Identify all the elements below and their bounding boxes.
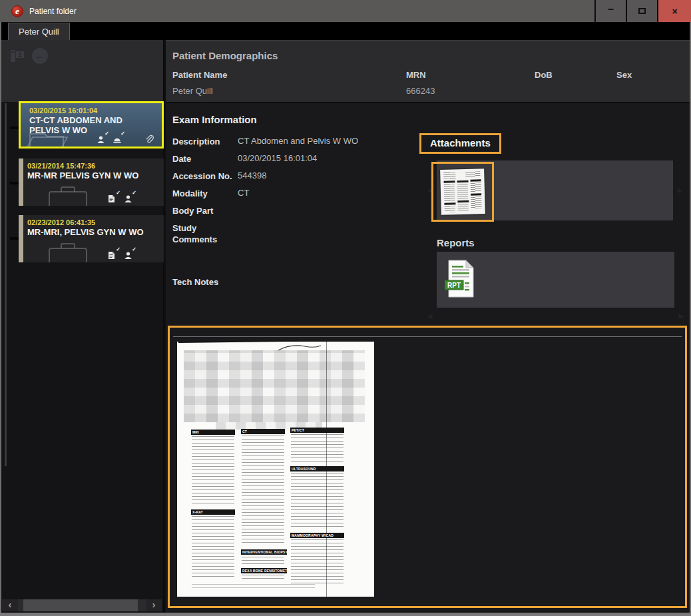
app-logo-icon: e (11, 5, 23, 17)
preview-divider (173, 336, 682, 337)
exam-info-rows: Description CT Abdomen and Pelvis W WO D… (172, 133, 420, 290)
form-section-petct: PET/CT (290, 428, 344, 433)
close-icon: × (672, 6, 677, 17)
timeline-tick (10, 127, 19, 129)
sidebar-toolbar: ← (0, 40, 163, 102)
form-text-lines (242, 557, 284, 565)
row-label: Tech Notes (172, 273, 238, 290)
reports-prev-icon[interactable]: ◄ (425, 311, 434, 321)
annotation-box-attachment-preview: MRI CT PET/CT ULTRASOUND X-RAY MAMMOGRAP… (168, 326, 687, 608)
check-glyph: ✓ (132, 190, 136, 196)
form-text-lines (242, 436, 284, 543)
timeline-rail (5, 103, 7, 466)
tab-bar: Peter Quill (0, 22, 691, 40)
exam-timeline-sidebar: ← 03/20/2015 16:01:04 CT-CT ABDOMEN AND … (0, 40, 164, 616)
paperclip-icon (144, 135, 154, 143)
column-value: Peter Quill (172, 86, 227, 96)
check-glyph: ✓ (132, 246, 136, 252)
reports-strip: RPT (437, 252, 674, 308)
scrollbar-track[interactable] (18, 599, 146, 611)
exam-date: 02/23/2012 06:41:35 (27, 218, 164, 226)
exam-item-ct-abdomen[interactable]: 03/20/2015 16:01:04 CT-CT ABDOMEN AND PE… (19, 101, 164, 149)
tab-label: Peter Quill (19, 27, 59, 37)
exam-accent-strip (19, 215, 23, 262)
exam-info-title: Exam Information (172, 114, 257, 125)
back-arrow-glyph: ← (35, 50, 45, 61)
form-section-dexa: DEXA BONE DENSITOMETRY (241, 568, 287, 573)
form-text-lines (242, 575, 284, 581)
row-value (238, 219, 420, 245)
open-folder-icon (26, 128, 78, 148)
column-label: DoB (535, 70, 553, 80)
back-icon[interactable]: ← (32, 48, 48, 64)
row-label: Date (172, 150, 238, 167)
exam-status-icons: ✓ ✓ (108, 194, 133, 202)
exam-item-mri-pelvis[interactable]: 02/23/2012 06:41:35 MR-MRI, PELVIS GYN W… (19, 215, 164, 262)
scroll-left-icon: ‹ (9, 599, 12, 610)
row-label: Accession No. (172, 167, 238, 184)
exam-date: 03/21/2014 15:47:36 (27, 162, 164, 170)
form-section-ct: CT (241, 429, 285, 434)
row-label: Description (172, 133, 238, 150)
person-check-icon: ✓ (124, 250, 133, 259)
timeline-tick (10, 182, 19, 184)
tab-peter-quill[interactable]: Peter Quill (8, 23, 70, 40)
exam-info-row-modality: Modality CT (172, 184, 420, 202)
exam-info-row-accession: Accession No. 544398 (172, 167, 420, 184)
check-glyph: ✓ (116, 190, 120, 196)
main-area: ← 03/20/2015 16:01:04 CT-CT ABDOMEN AND … (0, 40, 691, 616)
exam-title: MR-MRI, PELVIS GYN W WO (27, 227, 156, 237)
attachments-next-icon[interactable]: ► (676, 185, 684, 195)
minimize-icon: – (608, 3, 614, 15)
form-section-mri: MRI (191, 430, 235, 435)
patient-demographics-panel: Patient Demographics Patient Name Peter … (166, 40, 691, 103)
row-label: Study Comments (172, 219, 238, 245)
column-label: Patient Name (172, 70, 227, 80)
maximize-button[interactable] (626, 0, 657, 22)
row-label: Modality (172, 184, 238, 202)
exam-info-row-description: Description CT Abdomen and Pelvis W WO (172, 133, 420, 150)
exam-date: 03/20/2015 16:01:04 (29, 107, 162, 115)
row-value (238, 273, 420, 290)
maximize-icon (638, 8, 646, 14)
close-button[interactable]: × (657, 0, 691, 22)
exam-details-panel: Exam Information Description CT Abdomen … (166, 103, 691, 325)
exam-info-row-body-part: Body Part (172, 202, 420, 219)
row-value: CT Abdomen and Pelvis W WO (238, 133, 420, 150)
app-logo-letter: e (15, 6, 19, 16)
form-text-lines (291, 473, 344, 529)
briefcase-icon (47, 184, 89, 206)
redacted-patient-info-blur (184, 350, 365, 422)
reports-next-icon[interactable]: ► (677, 311, 686, 321)
exam-status-icons: ✓ ✓ (108, 250, 133, 259)
scrollbar-thumb[interactable] (23, 599, 138, 611)
sidebar-horizontal-scrollbar: ‹ › (2, 599, 162, 611)
next-glyph: ► (677, 311, 686, 321)
form-text-lines (291, 539, 344, 586)
exam-title: MR-MR PELVIS GYN W WO (27, 170, 156, 180)
form-section-xray: X-RAY (191, 509, 235, 515)
demographics-col-mrn: MRN 666243 (406, 70, 435, 96)
form-section-interventional-biopsy: INTERVENTIONAL BIOPSY (241, 549, 287, 555)
document-check-icon: ✓ (108, 250, 117, 259)
attachments-title: Attachments (430, 137, 491, 149)
scroll-left-button[interactable]: ‹ (2, 599, 18, 611)
scroll-right-icon: › (152, 599, 156, 610)
check-glyph: ✓ (116, 246, 120, 252)
attachment-thumbnail[interactable] (440, 168, 485, 215)
reports-title: Reports (437, 237, 475, 248)
document-check-icon: ✓ (108, 194, 117, 202)
demographics-col-sex: Sex (616, 70, 632, 86)
form-text-lines (291, 434, 344, 463)
minimize-button[interactable]: – (594, 0, 626, 22)
exam-info-row-study-comments: Study Comments (172, 219, 420, 245)
scroll-right-button[interactable]: › (146, 599, 162, 611)
window-border-left (0, 22, 1, 616)
person-check-icon: ✓ (97, 135, 106, 143)
window-title: Patient folder (29, 7, 77, 16)
exam-item-mr-pelvis[interactable]: 03/21/2014 15:47:36 MR-MR PELVIS GYN W W… (19, 158, 164, 206)
patient-card-icon[interactable] (9, 47, 26, 65)
check-glyph: ✓ (120, 131, 125, 137)
exam-accent-strip (19, 158, 23, 206)
report-rpt-icon[interactable]: RPT (445, 260, 475, 298)
